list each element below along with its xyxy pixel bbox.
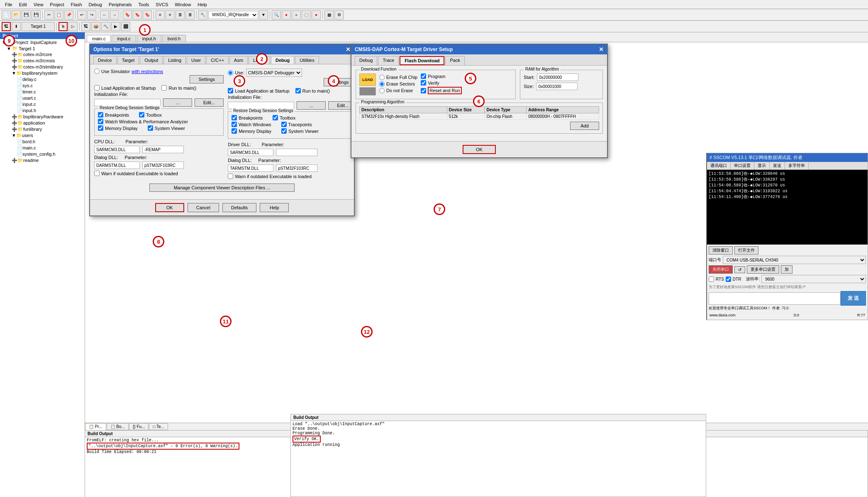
cmsis-dtab-pack[interactable]: Pack: [445, 56, 464, 65]
mem-right-chk[interactable]: [232, 128, 237, 134]
ram-size-input[interactable]: [536, 83, 578, 90]
project-icon[interactable]: 🏗: [2, 22, 11, 31]
manage-component-btn[interactable]: Manage Component Viewer Description File…: [149, 184, 295, 192]
dot3-btn[interactable]: ◯: [302, 10, 311, 20]
indent-btn[interactable]: ≡: [156, 10, 165, 20]
menu-edit[interactable]: Edit: [16, 1, 30, 8]
bookmark2-btn[interactable]: 🔖: [133, 10, 142, 20]
tab-main-c[interactable]: main.c: [87, 35, 111, 42]
program-chk[interactable]: [421, 73, 426, 79]
select-comp-btn[interactable]: 📦: [91, 22, 100, 31]
cut-btn[interactable]: ✂: [44, 10, 54, 20]
dtab-target[interactable]: Target: [117, 56, 139, 64]
tree-target1[interactable]: ▼📁Target 1: [0, 45, 85, 51]
algo-add-btn[interactable]: Add: [570, 122, 599, 130]
cmsis-dtab-debug[interactable]: Debug: [355, 56, 377, 65]
options-ok-btn[interactable]: OK: [155, 203, 184, 212]
watch-left-chk[interactable]: [98, 119, 103, 124]
sysview-right-chk[interactable]: [281, 128, 287, 134]
cmsis-dialog[interactable]: CMSIS-DAP Cortex-M Target Driver Setup ✕…: [351, 44, 608, 158]
tab-input-h[interactable]: input.h: [137, 35, 161, 42]
target-selector[interactable]: Target 1: [22, 22, 55, 31]
step-btn[interactable]: ▷: [68, 22, 78, 31]
watch-right-chk[interactable]: [232, 122, 237, 127]
new-btn[interactable]: 📄: [2, 10, 11, 20]
combo-btn[interactable]: ▼: [259, 10, 268, 20]
function-combo[interactable]: WWDG_IRQHandle: [208, 11, 258, 19]
dtab-device[interactable]: Device: [93, 56, 117, 64]
redo-btn[interactable]: ↪: [87, 10, 96, 20]
options-dialog[interactable]: Options for Target 'Target 1' ✕ Device T…: [89, 44, 355, 216]
tree-application[interactable]: ➕📁application: [0, 120, 85, 126]
dtab-asm[interactable]: Asm: [229, 56, 248, 64]
nav-fwd-btn[interactable]: →: [110, 10, 119, 20]
tree-root[interactable]: ▼ 📁 Project: InputCapture: [0, 39, 85, 45]
cmsis-dialog-close[interactable]: ✕: [599, 46, 604, 53]
tdialog-dll-right-input[interactable]: [228, 164, 273, 172]
driver-param-right-input[interactable]: [276, 149, 317, 156]
dot4-btn[interactable]: ●: [312, 10, 321, 20]
reset-run-chk[interactable]: [421, 88, 426, 93]
algo-row-0[interactable]: STM32F10x High-density Flash 512k On-chi…: [360, 113, 599, 120]
build-btn[interactable]: 🔨: [101, 22, 110, 31]
cpu-param-left-input[interactable]: [142, 146, 184, 153]
warn-left-chk[interactable]: [94, 171, 100, 176]
open-btn[interactable]: 📂: [12, 10, 21, 20]
copy-btn[interactable]: 📋: [54, 10, 63, 20]
driver-dll-right-input[interactable]: [228, 149, 273, 156]
tree-cotex-stml[interactable]: ➕📁cotex-m3/stmlibrary: [0, 64, 85, 70]
menu-file[interactable]: File: [2, 1, 16, 8]
cmsis-dtab-flash[interactable]: Flash Download: [400, 56, 444, 65]
tree-input-h[interactable]: 📄input.h: [0, 108, 85, 114]
save-btn[interactable]: 💾: [22, 10, 31, 20]
dtab-utilities[interactable]: Utilities: [295, 56, 319, 64]
save-all-btn[interactable]: 💾: [32, 10, 41, 20]
ram-start-input[interactable]: [537, 73, 578, 81]
dialog-param-left-input[interactable]: [142, 162, 184, 169]
dtab-debug[interactable]: Debug: [271, 56, 294, 64]
tab-bord-h[interactable]: bord.h: [162, 35, 186, 42]
grid-btn[interactable]: ▦: [324, 10, 334, 20]
simulator-radio[interactable]: [94, 69, 100, 74]
restrictions-link[interactable]: with restrictions: [132, 69, 163, 74]
run-btn[interactable]: ▶: [111, 22, 120, 31]
bottom-tab-te[interactable]: □ Te...: [149, 423, 168, 430]
tree-sys[interactable]: 📄sys.c: [0, 83, 85, 89]
dtab-output[interactable]: Output: [140, 56, 163, 64]
menu-debug[interactable]: Debug: [85, 1, 105, 8]
menu-peripherals[interactable]: Peripherals: [105, 1, 135, 8]
dtab-linker[interactable]: Linker: [249, 56, 270, 64]
bottom-tab-build[interactable]: 📋 Pr...: [85, 423, 106, 430]
dot1-btn[interactable]: ●: [282, 10, 291, 20]
menu-help[interactable]: Help: [194, 1, 210, 8]
load-app-left-chk[interactable]: [94, 85, 100, 91]
init-browse-left-btn[interactable]: ...: [163, 98, 192, 107]
bottom-tab-bo[interactable]: 📋 Bo...: [107, 423, 129, 430]
bp-right-chk[interactable]: [232, 115, 237, 120]
tree-sysconfig-h[interactable]: 📄system_config.h: [0, 151, 85, 157]
no-erase-radio[interactable]: [379, 88, 385, 93]
cpu-dll-left-input[interactable]: [94, 146, 140, 153]
tree-users[interactable]: ▼📁users: [0, 132, 85, 139]
run-to-main-right-chk[interactable]: [295, 88, 301, 93]
cmsis-dtab-trace[interactable]: Trace: [378, 56, 399, 65]
tree-bsp-system[interactable]: ▼📁bsplibrary/system: [0, 70, 85, 76]
wwdg-btn[interactable]: 🔧: [198, 10, 207, 20]
use-debugger-radio[interactable]: [228, 70, 233, 76]
tree-readme[interactable]: ➕📁readme: [0, 157, 85, 164]
nav-back-btn[interactable]: ←: [100, 10, 109, 20]
bookmark-btn[interactable]: 🔖: [123, 10, 132, 20]
tree-main-c[interactable]: 📄main.c: [0, 145, 85, 151]
bookmark3-btn[interactable]: 🔖: [143, 10, 152, 20]
mem-left-chk[interactable]: [98, 125, 103, 131]
options-defaults-btn[interactable]: Defaults: [222, 203, 256, 212]
trace-right-chk[interactable]: [281, 122, 287, 127]
simulator-settings-btn[interactable]: Settings: [190, 75, 224, 83]
stop-btn[interactable]: ⬛: [121, 22, 130, 31]
tree-funlib[interactable]: ➕📁funlibrary: [0, 126, 85, 132]
bp-left-chk[interactable]: [98, 112, 103, 118]
dot2-btn[interactable]: ●: [292, 10, 301, 20]
tree-cotex-core[interactable]: ➕📁cotex-m3/core: [0, 51, 85, 58]
init-edit-left-btn[interactable]: Edit...: [195, 98, 224, 107]
search-btn[interactable]: 🔍: [272, 10, 281, 20]
